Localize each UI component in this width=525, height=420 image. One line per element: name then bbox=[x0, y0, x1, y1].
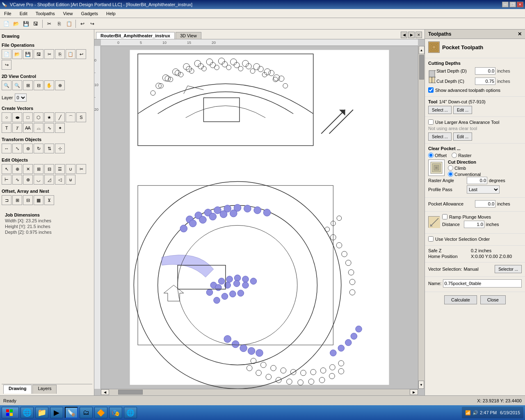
open-file-btn[interactable]: 📂 bbox=[12, 49, 22, 59]
undo-button[interactable]: ↩ bbox=[78, 19, 87, 28]
clearance-checkbox[interactable] bbox=[428, 119, 434, 125]
menu-view[interactable]: View bbox=[61, 10, 75, 17]
font-btn[interactable]: 𝑇 bbox=[12, 123, 22, 133]
redo-btn[interactable]: ↪ bbox=[2, 60, 11, 70]
canvas-prev-btn[interactable]: ◀ bbox=[401, 32, 407, 38]
climb-radio[interactable] bbox=[448, 165, 453, 171]
line-btn[interactable]: ╱ bbox=[55, 112, 65, 122]
arc2-btn[interactable]: ⌓ bbox=[34, 123, 43, 133]
saveas-file-btn[interactable]: 🖫 bbox=[34, 49, 43, 59]
scroll-up-btn[interactable]: ▲ bbox=[419, 46, 425, 54]
align-btn[interactable]: ☰ bbox=[55, 164, 65, 174]
canvas-next-btn[interactable]: ▶ bbox=[408, 32, 415, 38]
selector-btn[interactable]: Selector ... bbox=[495, 265, 522, 273]
taskbar-vcarve-icon[interactable]: 🪚 bbox=[65, 407, 78, 418]
clearance-select-btn[interactable]: Select ... bbox=[428, 132, 452, 141]
drawing-svg[interactable] bbox=[101, 46, 418, 389]
distort-btn[interactable]: ⊹ bbox=[55, 144, 65, 153]
undo-btn[interactable]: ↩ bbox=[76, 49, 86, 59]
rect-btn[interactable]: □ bbox=[23, 112, 33, 122]
layout-btn[interactable]: ▦ bbox=[34, 195, 43, 205]
save-button[interactable]: 💾 bbox=[21, 19, 30, 28]
ramp-plunge-checkbox[interactable] bbox=[442, 214, 447, 219]
circle-btn[interactable]: ○ bbox=[2, 112, 11, 122]
move-btn[interactable]: ↔ bbox=[2, 144, 11, 153]
scroll-left-btn[interactable]: ◀ bbox=[101, 389, 109, 395]
raster-radio[interactable] bbox=[452, 153, 457, 158]
copy-btn[interactable]: ⎘ bbox=[55, 49, 65, 59]
offset-btn[interactable]: ⊐ bbox=[2, 195, 11, 205]
taskbar-browser-icon[interactable]: 🔶 bbox=[94, 407, 107, 418]
horizontal-scrollbar[interactable]: ◀ ▶ bbox=[101, 389, 418, 395]
center-btn[interactable]: ⊛ bbox=[23, 144, 33, 153]
close-toolpath-button[interactable]: Close bbox=[480, 295, 506, 304]
offset-radio[interactable] bbox=[428, 153, 434, 158]
copy-button[interactable]: ⎘ bbox=[55, 19, 64, 28]
arc-btn[interactable]: ⌒ bbox=[66, 112, 75, 122]
save-file-btn[interactable]: 💾 bbox=[23, 49, 33, 59]
text-btn[interactable]: T bbox=[2, 123, 11, 133]
rotate-btn[interactable]: ↻ bbox=[34, 144, 43, 153]
menu-edit[interactable]: Edit bbox=[17, 10, 30, 17]
bezier-btn[interactable]: ∿ bbox=[44, 123, 54, 133]
profile-pass-select[interactable]: Last First None bbox=[467, 185, 500, 194]
vertical-scrollbar[interactable]: ▲ ▼ bbox=[418, 46, 425, 389]
cut-depth-input[interactable] bbox=[475, 78, 495, 85]
main-canvas[interactable]: 0 5 10 15 20 0 - 10 - 20 bbox=[94, 39, 425, 395]
taskbar-ie-icon[interactable]: 🌐 bbox=[21, 407, 34, 418]
advanced-options-checkbox[interactable] bbox=[428, 87, 434, 93]
nest-btn[interactable]: ⊟ bbox=[23, 195, 33, 205]
polygon-btn[interactable]: ⬡ bbox=[34, 112, 43, 122]
tool-edit-btn[interactable]: Edit ... bbox=[453, 106, 472, 114]
flip-btn[interactable]: ⇅ bbox=[44, 144, 54, 153]
clearance-edit-btn[interactable]: Edit ... bbox=[453, 132, 472, 141]
cut-btn[interactable]: ✂ bbox=[44, 49, 54, 59]
menu-gadgets[interactable]: Gadgets bbox=[78, 10, 100, 17]
taskbar-media-icon[interactable]: ▶ bbox=[50, 407, 63, 418]
join-btn[interactable]: ∪ bbox=[66, 164, 75, 174]
climb-radio-label[interactable]: Climb bbox=[448, 165, 481, 171]
ellipse-btn[interactable]: ⬬ bbox=[12, 112, 22, 122]
panel-close-icon[interactable]: ✕ bbox=[518, 31, 522, 37]
trim-btn[interactable]: ✂ bbox=[76, 164, 86, 174]
paste-button[interactable]: 📋 bbox=[64, 19, 73, 28]
zoom-in-btn[interactable]: 🔍 bbox=[2, 80, 11, 90]
name-input[interactable] bbox=[443, 279, 522, 288]
restore-button[interactable]: ❐ bbox=[509, 2, 516, 7]
snap-btn[interactable]: ⊕ bbox=[23, 175, 33, 185]
offset-radio-label[interactable]: Offset bbox=[428, 153, 447, 158]
spiral-btn[interactable]: S bbox=[76, 112, 86, 122]
canvas-tab-3d[interactable]: 3D View bbox=[176, 32, 201, 39]
extend-btn[interactable]: ⊢ bbox=[2, 175, 11, 185]
canvas-close-btn[interactable]: ✕ bbox=[415, 32, 422, 38]
delete-btn[interactable]: ✕ bbox=[23, 164, 33, 174]
raster-radio-label[interactable]: Raster bbox=[452, 153, 471, 158]
scroll-hthumb[interactable] bbox=[118, 390, 143, 395]
text2-btn[interactable]: Ꜳ bbox=[23, 123, 33, 133]
start-depth-input[interactable] bbox=[475, 67, 495, 75]
vector-order-checkbox[interactable] bbox=[428, 236, 434, 242]
view-top-btn[interactable]: ⊕ bbox=[55, 80, 65, 90]
node-btn[interactable]: ⊕ bbox=[12, 164, 22, 174]
smooth-btn[interactable]: ∿ bbox=[12, 175, 22, 185]
symmetry-btn[interactable]: ⊻ bbox=[44, 195, 54, 205]
conventional-radio[interactable] bbox=[448, 171, 453, 177]
tab-layers[interactable]: Layers bbox=[32, 385, 57, 394]
select-btn[interactable]: ↖ bbox=[2, 164, 11, 174]
menu-toolpaths[interactable]: Toolpaths bbox=[33, 10, 57, 17]
menu-file[interactable]: File bbox=[2, 10, 14, 17]
weld-btn[interactable]: ⊎ bbox=[66, 175, 75, 185]
calculate-button[interactable]: Calculate bbox=[444, 295, 477, 304]
ramp-distance-input[interactable] bbox=[464, 221, 484, 228]
taskbar-folder-icon[interactable]: 📁 bbox=[35, 407, 48, 418]
close-button[interactable]: ✕ bbox=[517, 2, 523, 7]
tab-drawing[interactable]: Drawing bbox=[3, 385, 32, 394]
taskbar-app2-icon[interactable]: 🗂 bbox=[80, 407, 93, 418]
layer-select[interactable]: 0 bbox=[15, 94, 27, 102]
scroll-right-btn[interactable]: ▶ bbox=[410, 389, 418, 395]
star-btn[interactable]: ★ bbox=[44, 112, 54, 122]
taskbar-app3-icon[interactable]: 🎭 bbox=[109, 407, 122, 418]
scale-btn[interactable]: ⤡ bbox=[12, 144, 22, 153]
start-button[interactable] bbox=[2, 407, 19, 418]
new-file-btn[interactable]: 📄 bbox=[2, 49, 11, 59]
